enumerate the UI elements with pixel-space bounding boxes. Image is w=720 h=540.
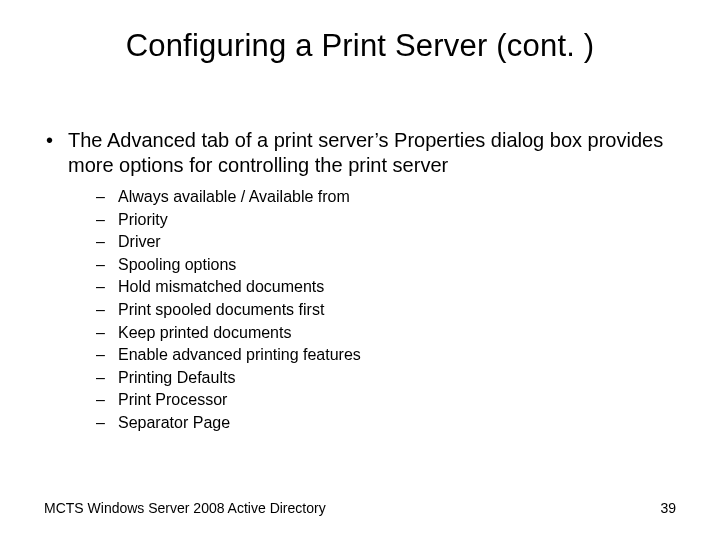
bullet-level2-text: Driver bbox=[118, 233, 161, 250]
bullet-level2-item: Priority bbox=[96, 209, 684, 231]
bullet-level2-item: Spooling options bbox=[96, 254, 684, 276]
bullet-level2-item: Printing Defaults bbox=[96, 367, 684, 389]
bullet-level2-text: Spooling options bbox=[118, 256, 236, 273]
bullet-list-level1: The Advanced tab of a print server’s Pro… bbox=[44, 128, 684, 434]
bullet-level2-text: Keep printed documents bbox=[118, 324, 291, 341]
bullet-level2-text: Priority bbox=[118, 211, 168, 228]
bullet-level2-item: Hold mismatched documents bbox=[96, 276, 684, 298]
bullet-level2-text: Hold mismatched documents bbox=[118, 278, 324, 295]
page-number: 39 bbox=[660, 500, 676, 516]
bullet-level2-item: Print Processor bbox=[96, 389, 684, 411]
bullet-list-level2: Always available / Available from Priori… bbox=[68, 186, 684, 434]
slide: Configuring a Print Server (cont. ) The … bbox=[0, 0, 720, 540]
bullet-level2-text: Always available / Available from bbox=[118, 188, 350, 205]
bullet-level2-item: Driver bbox=[96, 231, 684, 253]
bullet-level2-item: Separator Page bbox=[96, 412, 684, 434]
slide-title: Configuring a Print Server (cont. ) bbox=[0, 28, 720, 64]
bullet-level2-text: Print spooled documents first bbox=[118, 301, 324, 318]
slide-body: The Advanced tab of a print server’s Pro… bbox=[44, 128, 684, 444]
bullet-level2-item: Always available / Available from bbox=[96, 186, 684, 208]
bullet-level2-text: Separator Page bbox=[118, 414, 230, 431]
bullet-level2-item: Print spooled documents first bbox=[96, 299, 684, 321]
bullet-level2-item: Enable advanced printing features bbox=[96, 344, 684, 366]
footer-text: MCTS Windows Server 2008 Active Director… bbox=[44, 500, 326, 516]
bullet-level1-item: The Advanced tab of a print server’s Pro… bbox=[44, 128, 684, 434]
bullet-level1-text: The Advanced tab of a print server’s Pro… bbox=[68, 129, 663, 176]
bullet-level2-item: Keep printed documents bbox=[96, 322, 684, 344]
bullet-level2-text: Print Processor bbox=[118, 391, 227, 408]
bullet-level2-text: Printing Defaults bbox=[118, 369, 235, 386]
bullet-level2-text: Enable advanced printing features bbox=[118, 346, 361, 363]
